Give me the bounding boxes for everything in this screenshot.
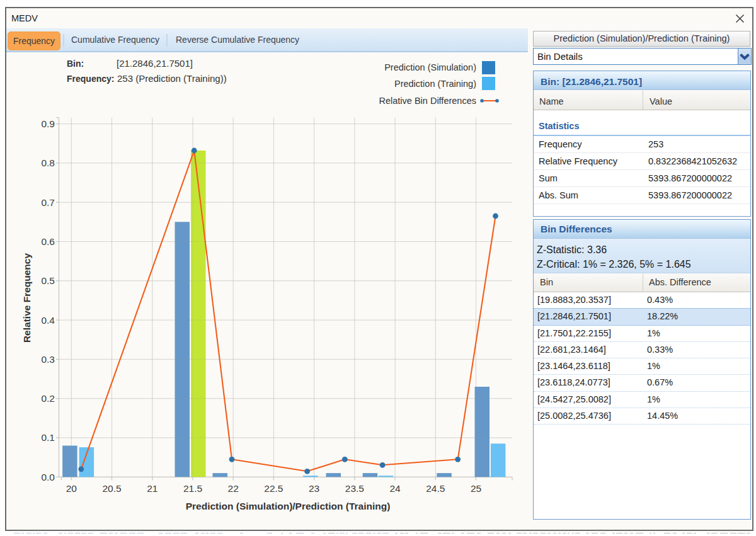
svg-text:0.2: 0.2 <box>41 393 55 404</box>
svg-text:24.5: 24.5 <box>426 483 445 494</box>
svg-text:20: 20 <box>66 483 77 494</box>
svg-text:21: 21 <box>147 483 158 494</box>
svg-text:22.5: 22.5 <box>264 483 283 494</box>
svg-text:23.5: 23.5 <box>345 483 364 494</box>
svg-text:0.7: 0.7 <box>41 197 55 208</box>
svg-text:0.6: 0.6 <box>41 236 55 247</box>
svg-text:24: 24 <box>389 483 401 494</box>
svg-text:0.5: 0.5 <box>41 275 55 286</box>
svg-text:21.5: 21.5 <box>183 483 202 494</box>
svg-text:22: 22 <box>228 483 239 494</box>
svg-text:0.1: 0.1 <box>41 432 55 443</box>
svg-text:23: 23 <box>309 483 319 494</box>
svg-text:0.8: 0.8 <box>41 157 55 168</box>
svg-text:0.0: 0.0 <box>41 472 55 482</box>
svg-text:20.5: 20.5 <box>102 483 121 494</box>
svg-text:0.3: 0.3 <box>41 354 55 365</box>
svg-text:25: 25 <box>471 483 481 494</box>
svg-text:0.4: 0.4 <box>41 315 55 326</box>
svg-text:0.9: 0.9 <box>41 118 55 129</box>
